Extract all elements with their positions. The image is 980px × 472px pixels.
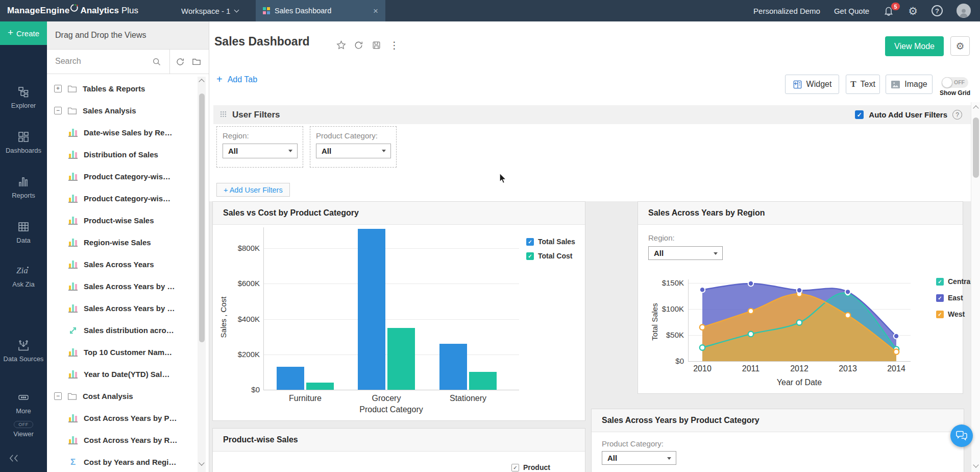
legend-item-east[interactable]: ✓East xyxy=(936,294,972,302)
refresh-icon[interactable] xyxy=(354,40,363,52)
scroll-up-icon[interactable] xyxy=(973,105,978,111)
personalized-demo-link[interactable]: Personalized Demo xyxy=(753,7,820,15)
sidebar-item-dashboards[interactable]: Dashboards xyxy=(0,131,47,155)
drag-handle-icon[interactable] xyxy=(220,110,227,120)
notifications-bell-icon[interactable]: 5 xyxy=(883,5,894,16)
legend-checkbox[interactable]: ✓ xyxy=(936,278,944,286)
dashboard-settings-button[interactable]: ⚙ xyxy=(950,36,970,56)
avatar[interactable] xyxy=(957,4,971,18)
text-button[interactable]: T Text xyxy=(846,75,880,94)
legend-item-product[interactable]: ✓ Product xyxy=(511,463,550,471)
more-options-icon[interactable]: ⋮ xyxy=(389,39,399,51)
add-user-filters-button[interactable]: + Add User Filters xyxy=(216,183,290,197)
legend-item-total-sales[interactable]: ✓Total Sales xyxy=(526,238,575,246)
tree-report-sales-across-years-by[interactable]: Sales Across Years by … xyxy=(47,297,197,319)
marker-east-2011[interactable] xyxy=(748,281,753,286)
tree-report-cost-by-years-and-regi[interactable]: ΣCost by Years and Regi… xyxy=(47,451,197,472)
get-quote-link[interactable]: Get Quote xyxy=(834,7,869,15)
legend-item-central[interactable]: ✓Central xyxy=(936,277,972,286)
favorite-star-icon[interactable] xyxy=(336,40,347,53)
tree-report-distribution-of-sales[interactable]: Distribution of Sales xyxy=(47,144,197,166)
tab-sales-dashboard[interactable]: Sales Dashboard × xyxy=(256,0,385,21)
image-button[interactable]: Image xyxy=(886,75,933,94)
sidebar-item-data[interactable]: Data xyxy=(0,221,47,245)
tree-report-region-wise-sales[interactable]: Region-wise Sales xyxy=(47,231,197,253)
user-filters-help-icon[interactable]: ? xyxy=(952,110,962,120)
product-category-select[interactable]: All xyxy=(602,451,676,465)
auto-add-user-filters-checkbox[interactable]: ✓ xyxy=(855,110,864,119)
bar-total-sales-stationery[interactable] xyxy=(439,344,467,390)
marker-west-2010[interactable] xyxy=(700,325,705,330)
marker-east-2013[interactable] xyxy=(845,289,850,294)
scroll-down-icon[interactable] xyxy=(199,460,204,465)
tree-report-sales-distribution-acro[interactable]: Sales distribution acro… xyxy=(47,319,197,341)
sidebar-item-explorer[interactable]: Explorer xyxy=(0,86,47,110)
tree-report-product-category-wis[interactable]: Product Category-wis… xyxy=(47,187,197,209)
product-category-filter-select[interactable]: All xyxy=(316,144,391,158)
main-scrollbar-thumb[interactable] xyxy=(973,117,979,178)
collapse-rail-icon[interactable] xyxy=(8,454,19,465)
tree-report-sales-across-years-by[interactable]: Sales Across Years by … xyxy=(47,275,197,297)
tree-report-product-wise-sales[interactable]: Product-wise Sales xyxy=(47,209,197,231)
tree-report-top-10-customer-nam[interactable]: Top 10 Customer Nam… xyxy=(47,341,197,363)
settings-gear-icon[interactable]: ⚙ xyxy=(908,6,918,16)
tree-folder-sales-analysis[interactable]: −Sales Analysis xyxy=(47,100,197,122)
legend-checkbox[interactable]: ✓ xyxy=(511,464,519,471)
legend-checkbox[interactable]: ✓ xyxy=(936,294,944,302)
sidebar-item-ask-zia[interactable]: ZiaAsk Zia xyxy=(0,265,47,289)
close-icon[interactable]: × xyxy=(373,7,378,15)
save-icon[interactable] xyxy=(372,40,381,52)
legend-checkbox[interactable]: ✓ xyxy=(936,311,944,318)
tree-report-cost-across-years-by-r[interactable]: Cost Across Years by R… xyxy=(47,429,197,451)
tree-folder-tables-reports[interactable]: +Tables & Reports xyxy=(47,78,197,100)
workspace-selector[interactable]: Workspace - 1 xyxy=(181,0,238,21)
sidebar-item-data-sources[interactable]: Data Sources xyxy=(0,339,47,363)
widget-button[interactable]: Widget xyxy=(785,75,839,94)
legend-checkbox[interactable]: ✓ xyxy=(526,252,534,260)
legend-item-west[interactable]: ✓West xyxy=(936,310,972,318)
collapse-icon[interactable]: − xyxy=(54,392,62,400)
sidebar-item-viewer[interactable]: OFF Viewer xyxy=(0,419,47,438)
create-button[interactable]: + Create xyxy=(0,21,47,45)
scroll-up-icon[interactable] xyxy=(199,79,204,84)
folder-view-icon[interactable] xyxy=(191,57,202,68)
region-filter-select[interactable]: All xyxy=(223,144,298,158)
bar-total-cost-furniture[interactable] xyxy=(306,383,334,390)
sidebar-item-reports[interactable]: Reports xyxy=(0,176,47,200)
refresh-views-icon[interactable] xyxy=(176,57,185,68)
brand-logo[interactable]: ManageEngine Analytics Plus xyxy=(7,0,138,21)
support-chat-button[interactable] xyxy=(950,424,973,447)
tree-report-date-wise-sales-by-re[interactable]: Date-wise Sales by Re… xyxy=(47,122,197,144)
marker-central-2011[interactable] xyxy=(748,332,753,337)
marker-east-2012[interactable] xyxy=(797,288,802,293)
bar-total-cost-grocery[interactable] xyxy=(387,328,415,390)
tree-report-sales-across-years[interactable]: Sales Across Years xyxy=(47,253,197,275)
marker-central-2012[interactable] xyxy=(797,320,802,325)
collapse-icon[interactable]: − xyxy=(54,107,62,114)
scroll-down-icon[interactable] xyxy=(973,462,978,467)
marker-east-2010[interactable] xyxy=(700,287,705,292)
main-scrollbar[interactable] xyxy=(971,102,980,472)
bar-total-sales-grocery[interactable] xyxy=(358,229,385,390)
tree-report-product-category-wis[interactable]: Product Category-wis… xyxy=(47,166,197,187)
bar-total-cost-stationery[interactable] xyxy=(469,372,497,390)
sidebar-item-more[interactable]: More xyxy=(0,391,47,415)
view-mode-button[interactable]: View Mode xyxy=(885,36,944,56)
bar-total-sales-furniture[interactable] xyxy=(277,367,304,390)
expand-icon[interactable]: + xyxy=(54,85,62,92)
show-grid-toggle[interactable]: OFF xyxy=(942,77,968,88)
marker-west-2013[interactable] xyxy=(845,313,850,318)
marker-east-2014[interactable] xyxy=(894,334,899,339)
legend-checkbox[interactable]: ✓ xyxy=(526,238,534,246)
tree-report-year-to-date-ytd-sal[interactable]: Year to Date(YTD) Sal… xyxy=(47,363,197,385)
tree-report-cost-across-years-by-p[interactable]: Cost Across Years by P… xyxy=(47,407,197,429)
marker-central-2010[interactable] xyxy=(700,345,705,350)
viewer-off-toggle[interactable]: OFF xyxy=(14,421,33,428)
tree-scrollbar[interactable] xyxy=(198,77,206,472)
marker-west-2014[interactable] xyxy=(894,349,899,354)
add-tab-button[interactable]: + Add Tab xyxy=(216,74,257,85)
search-input[interactable] xyxy=(47,50,142,73)
help-icon[interactable]: ? xyxy=(932,5,943,16)
legend-item-total-cost[interactable]: ✓Total Cost xyxy=(526,252,575,260)
tree-folder-cost-analysis[interactable]: −Cost Analysis xyxy=(47,385,197,407)
